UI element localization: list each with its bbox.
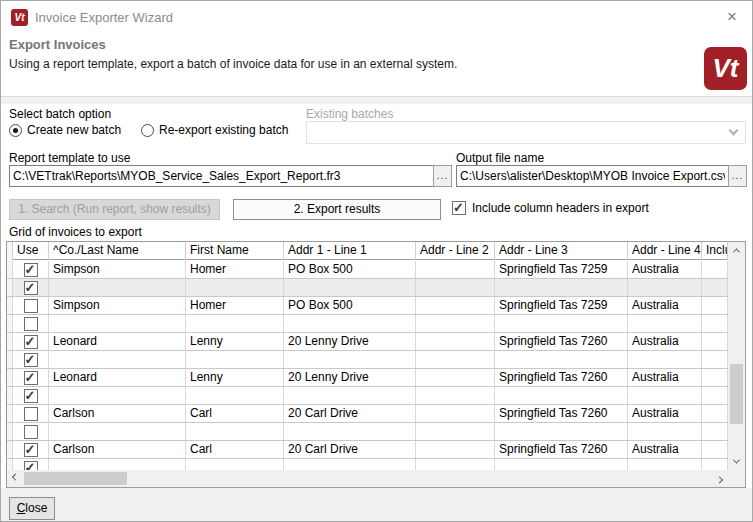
grid-cell[interactable]: Carlson [49,441,186,458]
grid-row[interactable]: ✓ [7,387,728,405]
use-cell[interactable]: ✓ [13,333,49,350]
use-checkbox[interactable]: ✓ [24,299,38,313]
grid-cell[interactable] [416,405,495,422]
grid-cell[interactable] [702,315,728,332]
grid-cell[interactable] [495,351,628,368]
grid-cell[interactable] [702,369,728,386]
radio-unselected-icon[interactable] [141,124,154,137]
grid-cell[interactable] [628,387,702,404]
grid-cell[interactable]: Springfield Tas 7260 [495,369,628,386]
grid-cell[interactable] [495,387,628,404]
grid-cell[interactable] [49,423,186,440]
grid-column-header[interactable]: Addr 1 - Line 1 [284,242,416,260]
include-headers-option[interactable]: ✓ Include column headers in export [452,201,649,215]
grid-cell[interactable] [628,459,702,470]
grid-cell[interactable]: Springfield Tas 7259 [495,261,628,278]
grid-cell[interactable] [284,315,416,332]
horizontal-scrollbar-thumb[interactable] [24,472,127,485]
scroll-down-icon[interactable] [728,453,745,470]
radio-reexport-existing-batch[interactable]: Re-export existing batch [141,122,288,138]
grid-column-header[interactable]: Addr - Line 2 [416,242,495,260]
grid-cell[interactable] [49,387,186,404]
grid-cell[interactable] [416,387,495,404]
grid-column-header[interactable]: Addr - Line 4 [628,242,702,260]
scroll-right-icon[interactable] [711,470,728,487]
grid-cell[interactable]: Australia [628,441,702,458]
grid-cell[interactable]: Simpson [49,297,186,314]
grid-cell[interactable] [702,387,728,404]
grid-cell[interactable]: Simpson [49,261,186,278]
use-cell[interactable]: ✓ [13,297,49,314]
report-template-browse-button[interactable]: ... [433,165,452,187]
grid-cell[interactable]: Australia [628,369,702,386]
grid-cell[interactable] [186,459,284,470]
search-button[interactable]: 1. Search (Run report, show results) [9,199,220,220]
use-checkbox[interactable]: ✓ [24,317,38,331]
grid-cell[interactable]: 20 Lenny Drive [284,369,416,386]
grid-cell[interactable] [416,279,495,296]
grid-column-header[interactable]: Addr - Line 3 [495,242,628,260]
use-checkbox[interactable]: ✓ [24,281,38,295]
grid-cell[interactable] [49,351,186,368]
grid-row[interactable]: ✓CarlsonCarl20 Carl DriveSpringfield Tas… [7,405,728,423]
grid-cell[interactable]: 20 Carl Drive [284,441,416,458]
report-template-input[interactable] [9,165,434,187]
chevron-down-icon[interactable] [729,126,739,136]
grid-cell[interactable] [284,387,416,404]
grid-cell[interactable] [702,351,728,368]
use-checkbox[interactable]: ✓ [24,353,38,367]
grid-cell[interactable] [628,351,702,368]
grid-cell[interactable] [186,315,284,332]
grid-cell[interactable] [702,279,728,296]
output-file-browse-button[interactable]: ... [728,165,747,187]
grid-cell[interactable] [416,297,495,314]
grid-cell[interactable]: Carlson [49,405,186,422]
grid-cell[interactable] [416,441,495,458]
grid-cell[interactable] [702,261,728,278]
grid-cell[interactable] [284,279,416,296]
grid-cell[interactable] [628,315,702,332]
grid-cell[interactable] [628,423,702,440]
grid-cell[interactable] [702,459,728,470]
grid-cell[interactable]: Leonard [49,333,186,350]
grid-cell[interactable] [416,423,495,440]
scroll-up-icon[interactable] [728,242,745,259]
include-headers-checkbox[interactable]: ✓ [452,201,466,215]
use-checkbox[interactable]: ✓ [24,263,38,277]
use-cell[interactable]: ✓ [13,315,49,332]
grid-cell[interactable] [628,279,702,296]
vertical-scrollbar-thumb[interactable] [730,364,743,424]
grid-cell[interactable]: Carl [186,405,284,422]
grid-cell[interactable]: Springfield Tas 7259 [495,297,628,314]
grid-cell[interactable] [284,459,416,470]
grid-cell[interactable] [702,423,728,440]
grid-cell[interactable] [702,441,728,458]
grid-cell[interactable] [495,315,628,332]
grid-column-header[interactable]: ^Co./Last Name [49,242,186,260]
grid-cell[interactable] [495,423,628,440]
grid-cell[interactable]: Lenny [186,369,284,386]
grid-cell[interactable] [416,459,495,470]
use-checkbox[interactable]: ✓ [24,407,38,421]
grid-cell[interactable]: Springfield Tas 7260 [495,333,628,350]
grid-row[interactable]: ✓SimpsonHomerPO Box 500Springfield Tas 7… [7,261,728,279]
grid-cell[interactable]: Leonard [49,369,186,386]
grid-cell[interactable] [49,315,186,332]
grid-cell[interactable]: Australia [628,333,702,350]
use-checkbox[interactable]: ✓ [24,443,38,457]
grid-row[interactable]: ✓ [7,351,728,369]
use-cell[interactable]: ✓ [13,351,49,368]
grid-cell[interactable] [186,279,284,296]
grid-cell[interactable]: Carl [186,441,284,458]
grid-row[interactable]: ✓ [7,459,728,470]
grid-cell[interactable] [49,279,186,296]
window-close-icon[interactable]: × [722,7,742,27]
grid-cell[interactable]: Australia [628,405,702,422]
use-cell[interactable]: ✓ [13,369,49,386]
use-cell[interactable]: ✓ [13,441,49,458]
grid-cell[interactable]: Springfield Tas 7260 [495,405,628,422]
use-checkbox[interactable]: ✓ [24,389,38,403]
grid-cell[interactable] [702,297,728,314]
grid-cell[interactable] [49,459,186,470]
grid-cell[interactable]: Australia [628,297,702,314]
